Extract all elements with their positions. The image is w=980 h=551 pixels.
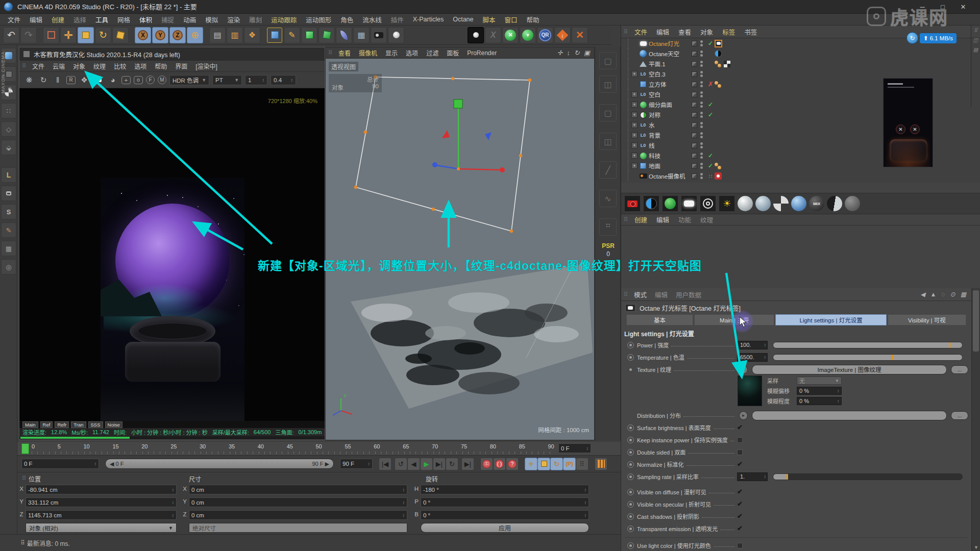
sky-tag-icon[interactable] [715,50,722,57]
next-frame-button[interactable]: ▶| [433,458,446,470]
history-back-icon[interactable]: ◀ [920,291,925,298]
checkbox-unchecked[interactable] [737,449,743,455]
menu-volume[interactable]: 体积 [135,15,157,24]
material-sun[interactable]: ☀ [719,195,735,212]
polygons-mode-button[interactable]: ⬙ [1,140,16,155]
step-spinner[interactable]: 0.4↕ [271,75,296,85]
playhead[interactable] [21,443,29,454]
current-frame-field[interactable]: 0 F↕ [558,443,591,453]
attr-menu-mode[interactable]: 模式 [630,290,651,299]
strip-knife-icon[interactable]: ╱ [599,161,617,179]
attr-menu-userdata[interactable]: 用户数据 [672,290,705,299]
om-menu-file[interactable]: 文件 [630,27,652,37]
object-row-null3[interactable]: +L0 空白.3 [621,69,980,79]
material-sphere-blue[interactable] [791,196,806,211]
range-end-field[interactable]: 90 F↕ [340,459,373,469]
pass-tab-sss[interactable]: SSS [88,421,103,428]
layer-square[interactable] [692,51,697,57]
keyframe-circle-icon[interactable] [627,449,634,456]
menu-plugins[interactable]: 插件 [386,15,408,24]
keyframe-circle-icon[interactable] [627,473,634,480]
lock-z-axis-button[interactable]: Z [169,27,186,43]
xparticles-ball-button[interactable]: ✕ [502,27,519,43]
menu-simulate[interactable]: 模拟 [201,15,223,24]
drag-grip-icon[interactable]: ⠿ [624,291,627,298]
material-sphere-white[interactable] [738,196,753,211]
history-forward-icon[interactable]: ▲ [930,291,937,298]
menu-edit[interactable]: 编辑 [25,15,47,24]
last-tool-button[interactable] [112,27,129,43]
layer-square[interactable] [692,112,697,118]
strip-cube-icon[interactable]: ▢ [599,52,617,69]
layer-square[interactable] [692,153,697,159]
add-region-icon[interactable]: + [121,76,131,84]
pass-tab-tran[interactable]: Tran [71,421,86,428]
visibility-dots[interactable] [700,60,703,68]
visibility-dots[interactable] [700,131,703,139]
settings-gear-icon[interactable]: ❖ [79,74,90,86]
lv-menu-file[interactable]: 文件 [28,62,48,70]
size-mode-dropdown[interactable]: 绝对尺寸 [189,523,407,533]
close-button[interactable]: ✕ [955,0,971,14]
camera-target-icon[interactable]: ∷ [706,173,715,179]
material-ball-icon[interactable]: ◕ [107,74,118,86]
key-parameter-button[interactable]: (P) [563,458,576,470]
shutter-icon[interactable]: ❋ [23,74,35,86]
lock-x-axis-button[interactable]: X [135,27,151,43]
tab-basic[interactable]: 基本 [626,314,693,325]
visibility-dots[interactable] [700,70,703,78]
render-view-button[interactable]: ▤ [209,27,226,43]
layer-square[interactable] [692,61,697,67]
rotate-view-icon[interactable]: ↻ [574,49,580,57]
psr-label[interactable]: PSR [595,242,621,249]
strip-cube-icon[interactable]: ▢ [599,104,617,121]
lock-target-icon[interactable]: ⊙ [950,291,955,298]
temperature-field[interactable]: 6500.↕ [737,353,768,362]
keyframe-circle-icon[interactable] [627,542,634,549]
menu-motion-tracker[interactable]: 运动跟踪 [266,15,301,24]
octane-live-viewer-button[interactable] [468,27,484,43]
enabled-check-icon[interactable]: ✓ [706,111,715,118]
lock-resolution-icon[interactable] [93,74,104,86]
autokey-button[interactable]: ( ) [493,458,506,470]
layer-square[interactable] [692,143,697,148]
checkbox-checked[interactable]: ✔ [737,461,743,468]
points-mode-button[interactable]: ∷ [1,103,16,118]
live-viewer-titlebar[interactable]: 木客教育免费汉化 Studio 2020.1.5-R4 (28 days lef… [19,47,325,61]
layout-grid-icon[interactable]: ▦ [961,291,966,298]
enabled-check-icon[interactable]: ✓ [706,101,715,108]
vp-menu-prorender[interactable]: ProRender [463,49,501,57]
octane-light-tag-icon[interactable] [715,40,722,47]
pass-tab-main[interactable]: Main [22,421,38,428]
vp-menu-cameras[interactable]: 摄像机 [355,48,381,57]
enabled-check-icon[interactable]: ✓ [706,40,715,47]
om-menu-objects[interactable]: 对象 [696,27,718,37]
range-start-field[interactable]: 0 F↕ [21,459,99,469]
keyframe-dot-icon[interactable] [627,366,634,373]
layer-square[interactable] [692,41,697,46]
menu-octane[interactable]: Octane [448,16,478,23]
visibility-dots[interactable] [700,162,703,170]
power-slider[interactable] [773,342,963,348]
keyframe-circle-icon[interactable] [627,489,634,495]
material-target[interactable] [700,195,716,212]
rotation-p-field[interactable]: 0 °↕ [421,497,589,507]
keyframe-circle-icon[interactable] [627,501,634,508]
visibility-dots[interactable] [700,111,703,119]
layer-square[interactable] [692,133,697,138]
lv-menu-interface[interactable]: 界面 [171,62,191,70]
spline-pen-button[interactable]: ✎ [284,27,300,43]
redo-button[interactable]: ↷ [20,27,37,43]
material-sphere-checker[interactable] [773,196,789,211]
zoom-view-icon[interactable]: ↕ [567,49,570,57]
drag-grip-icon[interactable]: ⠿ [328,49,332,56]
add-primitive-cube-button[interactable] [266,27,283,43]
sub-region-icon[interactable]: o [134,76,143,84]
mat-menu-texture[interactable]: 纹理 [696,215,718,224]
octane-render-button[interactable]: QR [537,27,553,43]
checkbox-checked[interactable]: ✔ [737,513,743,520]
visibility-dots[interactable] [700,141,703,149]
layer-square[interactable] [692,102,697,108]
checkbox-checked[interactable]: ✔ [737,424,743,431]
strip-dots-icon[interactable]: ⠛ [599,218,617,236]
